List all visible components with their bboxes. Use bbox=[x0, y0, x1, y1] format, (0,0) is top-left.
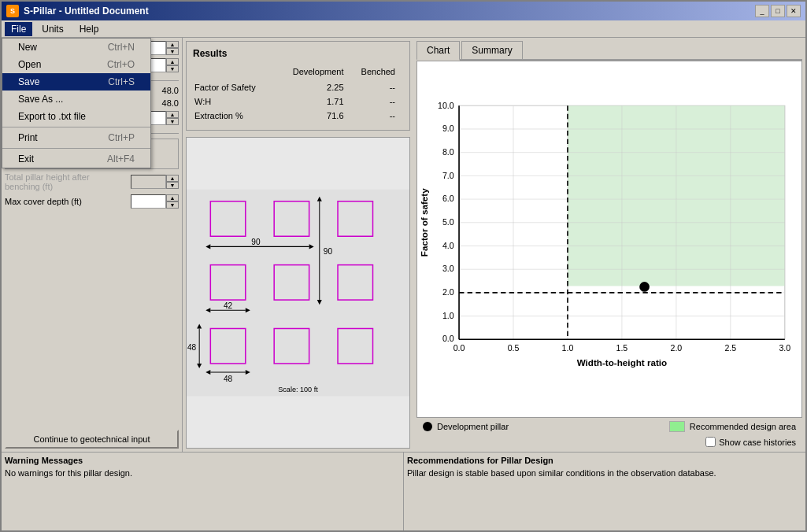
chart-svg: 0.0 1.0 2.0 3.0 4.0 5.0 6.0 7.0 8.0 9.0 … bbox=[417, 61, 801, 417]
total-pillar-down[interactable]: ▼ bbox=[166, 182, 179, 189]
results-section: Results Development Benched Factor of Sa… bbox=[186, 41, 410, 131]
total-pillar-row: Total pillar height afterbenching (ft) 6… bbox=[5, 172, 179, 191]
total-pillar-spinner[interactable]: ▲ ▼ bbox=[166, 175, 179, 189]
svg-text:8.0: 8.0 bbox=[442, 147, 454, 157]
wh-label: W:H bbox=[194, 95, 278, 108]
tab-summary[interactable]: Summary bbox=[461, 41, 522, 59]
show-histories-checkbox[interactable] bbox=[705, 437, 716, 447]
svg-text:48: 48 bbox=[224, 375, 233, 383]
total-pillar-up[interactable]: ▲ bbox=[166, 175, 179, 182]
menu-save[interactable]: Save Ctrl+S bbox=[2, 73, 150, 91]
total-pillar-value[interactable]: 60.0 bbox=[131, 175, 166, 189]
chart-legend: Development pillar Recommended design ar… bbox=[416, 418, 802, 435]
pillar-diagram-svg: 90 90 42 bbox=[187, 138, 409, 448]
svg-text:0.5: 0.5 bbox=[508, 343, 520, 353]
show-histories-label: Show case histories bbox=[719, 438, 796, 447]
diagram-area: 90 90 42 bbox=[186, 137, 410, 449]
svg-text:2.0: 2.0 bbox=[671, 343, 683, 353]
max-cover-label: Max cover depth (ft) bbox=[5, 197, 82, 206]
main-window: S S-Pillar - Untitled Document _ □ ✕ Fil… bbox=[0, 0, 807, 532]
crosscut-centers-down[interactable]: ▼ bbox=[166, 48, 179, 55]
menu-print[interactable]: Print Ctrl+P bbox=[2, 129, 150, 146]
pillar-width-value: 48.0 bbox=[162, 98, 179, 108]
svg-text:90: 90 bbox=[324, 247, 333, 256]
close-button[interactable]: ✕ bbox=[787, 5, 801, 17]
fos-label: Factor of Safety bbox=[194, 81, 278, 94]
svg-text:10.0: 10.0 bbox=[438, 102, 454, 111]
menu-help[interactable]: Help bbox=[73, 22, 106, 36]
svg-text:48: 48 bbox=[187, 343, 197, 352]
file-dropdown: New Ctrl+N Open Ctrl+O Save Ctrl+S Save … bbox=[2, 38, 151, 168]
svg-text:3.0: 3.0 bbox=[442, 264, 454, 273]
extraction-label: Extraction % bbox=[194, 109, 278, 122]
menu-bar: File Units Help New Ctrl+N Open Ctrl+O S… bbox=[2, 20, 805, 38]
max-cover-up[interactable]: ▲ bbox=[166, 194, 179, 201]
max-cover-down[interactable]: ▼ bbox=[166, 201, 179, 209]
recommendations-panel: Recommendations for Pillar Design Pillar… bbox=[404, 453, 805, 530]
window-title: S-Pillar - Untitled Document bbox=[24, 6, 149, 17]
menu-open[interactable]: Open Ctrl+O bbox=[2, 56, 150, 73]
maximize-button[interactable]: □ bbox=[771, 5, 785, 17]
dev-height-down[interactable]: ▼ bbox=[166, 118, 179, 125]
dev-height-spinner[interactable]: ▲ ▼ bbox=[166, 111, 179, 125]
results-col-metric bbox=[194, 67, 278, 79]
legend-green-area-icon bbox=[669, 421, 685, 432]
crosscut-width-up[interactable]: ▲ bbox=[166, 58, 179, 65]
svg-text:1.0: 1.0 bbox=[562, 343, 574, 353]
svg-text:42: 42 bbox=[224, 301, 233, 310]
total-pillar-label: Total pillar height afterbenching (ft) bbox=[5, 172, 90, 191]
legend-development-label: Development pillar bbox=[437, 422, 509, 431]
separator-1 bbox=[2, 127, 150, 127]
svg-text:4.0: 4.0 bbox=[442, 241, 454, 250]
svg-text:9.0: 9.0 bbox=[442, 124, 454, 133]
svg-text:90: 90 bbox=[251, 238, 261, 246]
title-bar: S S-Pillar - Untitled Document _ □ ✕ bbox=[2, 2, 805, 20]
crosscut-width-down[interactable]: ▼ bbox=[166, 65, 179, 72]
max-cover-spinner[interactable]: ▲ ▼ bbox=[166, 194, 179, 209]
svg-point-50 bbox=[639, 282, 650, 292]
legend-recommended-label: Recommended design area bbox=[690, 422, 796, 431]
tabs-container: Chart Summary bbox=[416, 41, 802, 61]
pillar-length-value: 48.0 bbox=[162, 86, 179, 95]
max-cover-row: Max cover depth (ft) 300 ▲ ▼ bbox=[5, 194, 179, 209]
max-cover-value[interactable]: 300 bbox=[131, 194, 166, 209]
menu-file[interactable]: File bbox=[5, 22, 32, 36]
warning-panel: Warning Messages No warnings for this pi… bbox=[2, 453, 404, 530]
svg-text:6.0: 6.0 bbox=[442, 194, 454, 203]
menu-export[interactable]: Export to .txt file bbox=[2, 108, 150, 125]
results-table: Development Benched Factor of Safety 2.2… bbox=[193, 65, 403, 124]
legend-development: Development pillar bbox=[423, 422, 509, 431]
svg-text:Width-to-height ratio: Width-to-height ratio bbox=[577, 357, 668, 368]
tab-chart[interactable]: Chart bbox=[416, 41, 460, 61]
wh-benched: -- bbox=[352, 95, 402, 108]
menu-exit[interactable]: Exit Alt+F4 bbox=[2, 150, 150, 168]
warning-text: No warnings for this pillar design. bbox=[5, 468, 400, 478]
menu-units[interactable]: Units bbox=[35, 22, 69, 36]
crosscut-centers-spinner[interactable]: ▲ ▼ bbox=[166, 41, 179, 55]
menu-save-as[interactable]: Save As ... bbox=[2, 91, 150, 108]
svg-text:1.0: 1.0 bbox=[442, 311, 454, 320]
fos-benched: -- bbox=[352, 81, 402, 94]
svg-text:7.0: 7.0 bbox=[442, 171, 454, 180]
crosscut-width-spinner[interactable]: ▲ ▼ bbox=[166, 58, 179, 72]
svg-text:3.0: 3.0 bbox=[779, 343, 790, 353]
bottom-panels: Warning Messages No warnings for this pi… bbox=[2, 452, 805, 530]
svg-text:Scale: 100 ft: Scale: 100 ft bbox=[278, 386, 318, 393]
results-col-benched: Benched bbox=[352, 67, 402, 79]
dev-height-up[interactable]: ▲ bbox=[166, 111, 179, 118]
max-cover-input[interactable]: 300 ▲ ▼ bbox=[131, 194, 179, 209]
continue-button[interactable]: Continue to geotechnical input bbox=[5, 430, 179, 449]
warning-title: Warning Messages bbox=[5, 456, 400, 465]
recommendations-title: Recommendations for Pillar Design bbox=[407, 456, 802, 465]
svg-text:5.0: 5.0 bbox=[442, 217, 454, 227]
legend-recommended: Recommended design area bbox=[669, 421, 796, 432]
total-pillar-input[interactable]: 60.0 ▲ ▼ bbox=[131, 175, 179, 189]
results-row-wh: W:H 1.71 -- bbox=[194, 95, 402, 108]
svg-text:2.0: 2.0 bbox=[442, 287, 454, 297]
crosscut-centers-up[interactable]: ▲ bbox=[166, 41, 179, 48]
minimize-button[interactable]: _ bbox=[755, 5, 769, 17]
svg-text:1.5: 1.5 bbox=[616, 343, 628, 353]
center-panel: Results Development Benched Factor of Sa… bbox=[183, 38, 413, 452]
svg-text:Factor of safety: Factor of safety bbox=[419, 188, 429, 257]
menu-new[interactable]: New Ctrl+N bbox=[2, 39, 150, 56]
